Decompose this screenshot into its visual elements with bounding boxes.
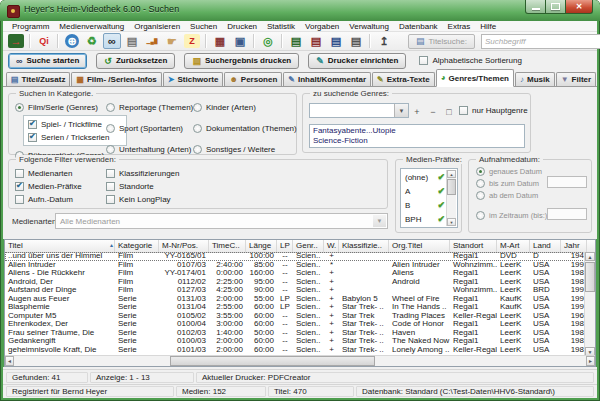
column-header-lp[interactable]: LP [277,240,293,252]
scrollbar-thumb[interactable] [585,262,595,292]
radio-unterhaltung-arten[interactable]: Unterhaltung (Arten) [106,144,193,154]
calendar-icon[interactable]: ▦ [211,33,229,49]
prefix-item-ohne[interactable]: (ohne)✔ [402,170,447,184]
tab-genres-themen[interactable]: ◕Genres/Themen [436,69,514,87]
radio-dokumentation-themen[interactable]: Dokumentation (Themen) [193,123,297,133]
scroll-up-icon[interactable]: ▲ [447,170,456,178]
scrollbar-thumb[interactable] [447,179,456,195]
table-row[interactable]: geheimnisvolle Kraft, DieSerie0101/032:0… [5,346,585,355]
suchergebnis-drucken-button[interactable]: ▤Suchergebnis drucken [184,53,299,69]
column-header-kategorie[interactable]: Kategorie [115,240,159,252]
table-row[interactable]: Ehrenkodex, DerSerie0100/043:00:0060:00-… [5,320,585,329]
date-input[interactable] [547,176,587,188]
column-header-standort[interactable]: Standort [450,240,497,252]
db-delete-icon[interactable]: ▤ [307,33,325,49]
genre-remove-button[interactable]: − [425,104,441,119]
radio-sport-sportarten[interactable]: Sport (Sportarten) [106,123,193,133]
menu-vorgaben[interactable]: Vorgaben [300,22,344,31]
menu-hilfe[interactable]: Hilfe [475,22,501,31]
selected-genre-item[interactable]: Fantasyabente...Utopie [313,126,521,136]
prefix-item-b[interactable]: B✔ [402,198,447,212]
table-row[interactable]: ..und über uns der HimmelFilmYY-0165/011… [5,252,585,261]
tab-stichworte[interactable]: ➤Stichworte [163,72,224,86]
radio-im-zeitraum-bis[interactable]: im Zeitraum (bis:) [476,210,547,220]
table-row[interactable]: Aufstand der DingeFilm0127/034:25:0090:0… [5,286,585,295]
table-row[interactable]: Android, DerFilm0112/022:25:0095:00--Sci… [5,278,585,287]
menu-programm[interactable]: Programm [7,22,54,31]
column-header-klassifizie[interactable]: Klassifizie.. [339,240,389,252]
checkbox-kein-longplay[interactable]: Kein LongPlay [106,194,179,204]
radio-genaues-datum[interactable]: genaues Datum [476,166,542,176]
column-header-w[interactable]: W. [324,240,339,252]
radio-bis-zum-datum[interactable]: bis zum Datum [476,178,539,188]
column-header-timec[interactable]: TimeC.. [209,240,246,252]
radio-sonstiges-weitere[interactable]: Sonstiges / Weitere [193,144,297,154]
checkbox-klassifizierungen[interactable]: Klassifizierungen [106,168,179,178]
selected-genre-item[interactable]: Science-Fiction [313,136,521,146]
tab-film-serien-infos[interactable]: ▦Film- /Serien-Infos [71,72,161,86]
column-header-org-titel[interactable]: Org.Titel [389,240,450,252]
selected-genres-list[interactable]: Fantasyabente...UtopieScience-Fiction [309,124,525,148]
radio-ab-dem-datum[interactable]: ab dem Datum [476,190,538,200]
medienarten-combobox[interactable]: Alle Medienarten ▼ [55,213,388,229]
menu-extras[interactable]: Extras [443,22,476,31]
scroll-right-icon[interactable]: ► [586,356,595,366]
column-header-m-art[interactable]: M-Art [497,240,530,252]
zurücksetzen-button[interactable]: ↺Zurücksetzen [96,53,175,69]
prefix-item-a[interactable]: A✔ [402,184,447,198]
organize-icon[interactable]: ♻ [83,33,101,49]
alphabetical-sort-checkbox[interactable]: Alphabetische Sortierung [419,56,521,66]
table-row[interactable]: Alien IntruderFilm0107/032:40:0085:00--S… [5,261,585,270]
tab-extra-texte[interactable]: ✎Extra-Texte [372,72,435,86]
suche-starten-button[interactable]: ∞Suche starten [8,53,87,69]
tab-filter[interactable]: ▼Filter [556,72,596,86]
tv-icon[interactable]: ▣ [231,33,249,49]
scrollbar-thumb[interactable] [170,356,375,366]
menu-statistik[interactable]: Statistik [262,22,300,31]
maximize-button[interactable] [546,0,566,14]
table-row[interactable]: Aliens - Die RückkehrFilmYY-0174/010:00:… [5,269,585,278]
print-icon[interactable]: ▤ [123,33,141,49]
chevron-down-icon[interactable]: ▼ [394,104,408,117]
minimize-button[interactable] [525,0,546,14]
genre-clear-button[interactable]: □ [441,104,457,119]
qi-logo-icon[interactable]: Qi [35,33,53,49]
menu-drucken[interactable]: Drucken [222,22,262,31]
scroll-up-icon[interactable]: ▲ [585,252,595,261]
radio-reportage-themen[interactable]: Reportage (Themen) [106,102,193,112]
scroll-left-icon[interactable]: ◄ [5,356,14,366]
table-row[interactable]: BlasphemieSerie0131/042:55:0060:00LPScie… [5,303,585,312]
search-icon[interactable]: ∞ [103,33,121,49]
menu-medienverwaltung[interactable]: Medienverwaltung [54,22,129,31]
db-export-icon[interactable]: ▤ [287,33,305,49]
column-header-titel[interactable]: Titel▴ [5,240,115,252]
upload-print-icon[interactable]: ↥ [375,33,393,49]
chevron-down-icon[interactable]: ▼ [373,215,386,227]
table-row[interactable]: Computer M5Serie0105/023:55:0060:00--Sci… [5,312,585,321]
cd-icon[interactable]: ◎ [259,33,277,49]
radio-kinder-arten[interactable]: Kinder (Arten) [193,102,297,112]
checkbox-medien-präfixe[interactable]: Medien-Präfixe [15,181,82,191]
tab-inhalt-kommentar[interactable]: ✎Inhalt/Kommentar [283,72,371,86]
menu-verwaltung[interactable]: Verwaltung [344,22,394,31]
web-icon[interactable]: ⊕ [65,34,79,48]
checkbox-aufn-datum[interactable]: Aufn.-Datum [15,194,82,204]
genre-combobox[interactable]: ▼ [309,103,409,118]
table-row[interactable]: Frau seiner Träume, DieSerie0102/031:40:… [5,329,585,338]
scroll-down-icon[interactable]: ▼ [447,218,456,226]
close-button[interactable]: ✕ [566,0,593,14]
search-input[interactable] [481,34,600,49]
column-header-genr[interactable]: Genr.. [293,240,324,252]
column-header-jahr[interactable]: Jahr [561,240,587,252]
checkbox-standorte[interactable]: Standorte [106,181,179,191]
notes-icon[interactable]: Z [184,34,200,48]
table-row[interactable]: GedankengiftSerie0100/032:00:0060:00--Sc… [5,337,585,346]
title-search-button[interactable]: ▤ Titelsuche: [408,34,475,49]
checkbox-medienarten[interactable]: Medienarten [15,168,82,178]
menu-suchen[interactable]: Suchen [185,22,222,31]
menu-datenbank[interactable]: Datenbank [394,22,443,31]
column-header-m-nr-pos[interactable]: M-Nr/Pos. [159,240,209,252]
tab-titel-zusatz[interactable]: ▤Titel/Zusatz [6,72,70,86]
db-edit-icon[interactable]: ▤ [327,33,345,49]
table-row[interactable]: Augen aus FeuerSerie0131/032:00:0055:00L… [5,295,585,304]
